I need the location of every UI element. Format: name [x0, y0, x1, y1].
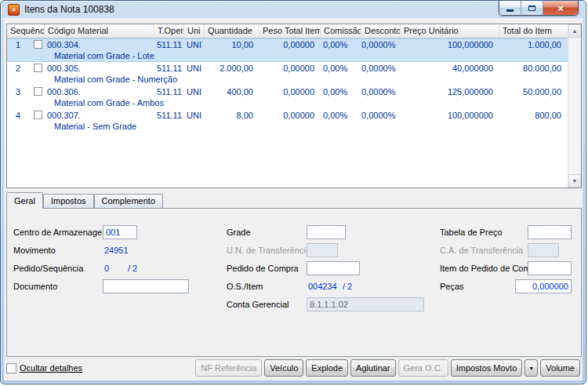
column-header-toper[interactable]: T.Oper.: [154, 24, 184, 38]
tab-geral[interactable]: Geral: [6, 192, 43, 209]
quantity-value: 10,00: [205, 38, 260, 50]
pecas-label: Peças: [440, 282, 464, 291]
os-item-value: 004234: [308, 282, 337, 291]
titlebar[interactable]: ≡ Itens da Nota 100838 ×: [1, 1, 586, 18]
impostos-movto-dropdown-button[interactable]: ▼: [524, 359, 538, 377]
row-sequence: 3: [7, 86, 34, 97]
commission-value: 0,00%: [321, 62, 361, 74]
row-sequence: 2: [7, 62, 34, 74]
documento-input[interactable]: [103, 279, 189, 293]
chevron-down-icon: ▼: [528, 366, 534, 371]
centro-armazenagem-input[interactable]: [103, 225, 137, 239]
tab-impostos[interactable]: Impostos: [43, 194, 94, 208]
material-description: Material com Grade - Ambos: [45, 97, 568, 109]
aglutinar-button[interactable]: Aglutinar: [350, 359, 395, 377]
pedido-sequencia-suffix: / 2: [128, 264, 137, 273]
table-row[interactable]: 2 000.305. 511.11 UNI 2.000,00 0,00000 0…: [7, 62, 568, 86]
toper-value: 511.11: [154, 62, 184, 74]
row-checkbox[interactable]: [34, 40, 42, 49]
tabela-preco-input[interactable]: [528, 225, 572, 239]
ca-transferencia-input: [528, 243, 559, 257]
column-header-preco-unitario[interactable]: Preço Unitário: [401, 24, 499, 38]
hide-details-checkbox[interactable]: [6, 363, 16, 373]
movimento-value: 24951: [104, 246, 129, 255]
material-code: 000.306.: [45, 86, 154, 97]
items-grid: Sequência Código Material T.Oper. Uni Qu…: [6, 24, 582, 188]
unit-price-value: 125,000000: [401, 86, 499, 97]
maximize-icon: [528, 5, 535, 11]
column-header-codigo-material[interactable]: Código Material: [45, 24, 154, 38]
column-header-total-item[interactable]: Total do Item: [499, 24, 568, 38]
window-title: Itens da Nota 100838: [24, 4, 114, 15]
discount-value: 0,0000%: [361, 86, 401, 97]
item-total-value: 800,00: [499, 109, 568, 121]
hide-details-control[interactable]: Ocultar detalhes: [6, 363, 82, 373]
row-checkbox[interactable]: [34, 87, 42, 96]
quantity-value: 8,00: [205, 109, 260, 121]
column-header-sequencia[interactable]: Sequência: [7, 24, 45, 38]
column-header-comissao[interactable]: Comissão: [321, 24, 361, 38]
scroll-down-button[interactable]: ▼: [568, 174, 581, 188]
pedido-sequencia-value: 0: [104, 264, 109, 273]
tab-panel-geral: Centro de Armazenagem Movimento 24951 Pe…: [6, 208, 582, 357]
item-total-value: 1.000,00: [499, 38, 568, 50]
material-code: 000.304.: [45, 38, 154, 50]
scroll-up-button[interactable]: ▲: [568, 24, 581, 38]
explode-button[interactable]: Explode: [306, 359, 348, 377]
client-area: Sequência Código Material T.Oper. Uni Qu…: [4, 18, 583, 381]
table-row[interactable]: 1 000.304. 511.11 UNI 10,00 0,00000 0,00…: [7, 38, 568, 62]
uni-value: UNI: [184, 86, 205, 97]
veiculo-button[interactable]: Veículo: [264, 359, 303, 377]
hide-details-label: Ocultar detalhes: [20, 363, 82, 373]
un-transferencia-input: [307, 243, 338, 257]
pecas-input[interactable]: [515, 279, 572, 293]
volume-button[interactable]: Volume: [540, 359, 580, 377]
material-code: 000.305.: [45, 62, 154, 74]
grade-input[interactable]: [307, 225, 346, 239]
pedido-compra-label: Pedido de Compra: [227, 264, 299, 273]
commission-value: 0,00%: [321, 38, 361, 50]
centro-armazenagem-label: Centro de Armazenagem: [13, 228, 109, 237]
column-header-peso-total[interactable]: Peso Total Item: [260, 24, 321, 38]
sequence-cell: 4: [7, 109, 45, 121]
tab-strip: Geral Impostos Complemento: [6, 192, 163, 209]
toper-value: 511.11: [154, 38, 184, 50]
tabela-preco-label: Tabela de Preço: [440, 228, 503, 237]
pedido-compra-input[interactable]: [307, 261, 360, 275]
discount-value: 0,0000%: [361, 109, 401, 121]
maximize-button[interactable]: [521, 1, 543, 15]
column-header-desconto[interactable]: Desconto: [361, 24, 401, 38]
conta-gerencial-input: [307, 297, 424, 311]
uni-value: UNI: [184, 109, 205, 121]
grid-header: Sequência Código Material T.Oper. Uni Qu…: [7, 24, 568, 38]
table-row[interactable]: 3 000.306. 511.11 UNI 400,00 0,00000 0,0…: [7, 86, 568, 109]
quantity-value: 400,00: [205, 86, 260, 97]
minimize-icon: [506, 9, 514, 12]
sequence-cell: 3: [7, 86, 45, 97]
button-group: NF Referência Veículo Explode Aglutinar …: [195, 359, 580, 377]
column-header-uni[interactable]: Uni: [184, 24, 205, 38]
movimento-label: Movimento: [13, 246, 56, 255]
table-row[interactable]: 4 000.307. 511.11 UNI 8,00 0,00000 0,00%…: [7, 109, 568, 133]
dialog-window: ≡ Itens da Nota 100838 × Sequência Códig…: [0, 0, 586, 384]
weight-value: 0,00000: [260, 62, 321, 74]
tab-complemento[interactable]: Complemento: [94, 194, 163, 208]
vertical-scrollbar[interactable]: ▲ ▼: [568, 24, 581, 188]
column-header-quantidade[interactable]: Quantidade: [205, 24, 260, 38]
minimize-button[interactable]: [499, 1, 521, 15]
close-icon: ×: [557, 2, 564, 14]
unit-price-value: 100,000000: [401, 109, 499, 121]
row-checkbox[interactable]: [34, 64, 42, 72]
os-item-suffix: / 2: [343, 282, 352, 291]
item-pedido-compra-input[interactable]: [528, 261, 572, 275]
commission-value: 0,00%: [321, 86, 361, 97]
material-description: Material com Grade - Numerção: [45, 74, 568, 86]
impostos-movto-button[interactable]: Impostos Movto: [451, 359, 523, 377]
discount-value: 0,0000%: [361, 62, 401, 74]
unit-price-value: 100,000000: [401, 38, 499, 50]
os-item-label: O.S./Item: [227, 282, 263, 291]
row-checkbox[interactable]: [34, 111, 42, 119]
toper-value: 511.11: [154, 109, 184, 121]
commission-value: 0,00%: [321, 109, 361, 121]
close-button[interactable]: ×: [543, 1, 578, 15]
